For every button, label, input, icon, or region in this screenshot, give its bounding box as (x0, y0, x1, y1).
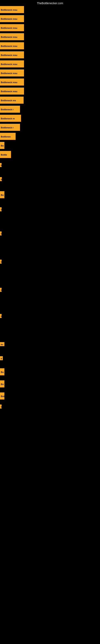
bar-label: Bo (0, 191, 4, 198)
bar-item: Bottleneck r (0, 124, 20, 131)
bar-item: B (0, 404, 1, 408)
bar-item: B (0, 288, 1, 292)
bar-label: B (0, 404, 1, 408)
bar-item: Bo (0, 368, 4, 375)
bar-label: B (0, 163, 1, 167)
bar-item: Bottleneck res (0, 96, 24, 104)
bar-item: Bottleneck resu (0, 15, 24, 22)
bar-label: Bo (0, 368, 4, 375)
bar-label: Bottleneck resu (0, 33, 24, 40)
bar-label: Bottleneck resu (0, 42, 24, 49)
bar-item: Bottleneck resu (0, 51, 24, 58)
bar-label: Bottleneck resu (0, 60, 24, 68)
bar-item: B (0, 260, 1, 264)
bar-item: B (0, 207, 1, 211)
bar-label: B (0, 207, 1, 211)
bar-item: Bottleneck resu (0, 6, 24, 13)
bar-label: Bottleneck resu (0, 24, 24, 31)
bar-item: B (0, 163, 1, 167)
bar-label: B (0, 260, 1, 264)
bar-label: Bottleneck resu (0, 6, 24, 13)
bar-label: B (0, 232, 1, 236)
bar-label: Bot (0, 392, 4, 400)
bar-item: Bo (0, 342, 4, 346)
bar-item: Bottleneck resu (0, 78, 24, 86)
bar-label: B (0, 356, 3, 360)
bar-label: Bottleneck res (0, 96, 24, 104)
bar-item: Bottleneck r (0, 106, 20, 113)
bar-item: Bottleneck resu (0, 33, 24, 40)
bar-item: B (0, 177, 2, 181)
bar-item: Bottleneck resu (0, 42, 24, 49)
bar-item: B (0, 232, 1, 236)
bar-item: B (0, 314, 1, 318)
bar-item: Bo (0, 380, 4, 388)
bar-label: Bottleneck resu (0, 88, 24, 94)
bar-label: Bottleneck resu (0, 15, 24, 22)
bar-item: Bottleneck resu (0, 24, 24, 31)
bar-label: Bottlenec (0, 133, 16, 140)
bar-item: Bo (0, 191, 4, 198)
bar-label: Bottle (0, 151, 11, 158)
bar-label: Bottleneck resu (0, 51, 24, 58)
bar-label: B (0, 314, 1, 318)
bar-label: Bottleneck r (0, 106, 20, 113)
bar-item: B (0, 356, 3, 360)
bar-label: Bo (0, 142, 4, 149)
bar-item: Bottleneck resu (0, 88, 24, 94)
bar-label: Bottleneck re (0, 115, 21, 122)
bar-label: Bo (0, 380, 4, 388)
bar-label: Bottleneck resu (0, 78, 24, 86)
bar-item: Bottleneck resu (0, 70, 24, 76)
bar-item: Bottlenec (0, 133, 16, 140)
bar-label: Bottleneck resu (0, 70, 24, 76)
bar-label: Bo (0, 342, 4, 346)
site-title: TheBottlenecker.com (0, 2, 100, 5)
bar-label: Bottleneck r (0, 124, 20, 131)
bar-item: Bot (0, 392, 4, 400)
bar-item: Bottleneck re (0, 115, 21, 122)
bar-label: B (0, 288, 1, 292)
bar-item: Bo (0, 142, 4, 149)
bar-label: B (0, 177, 2, 181)
bar-item: Bottleneck resu (0, 60, 24, 68)
bar-item: Bottle (0, 151, 11, 158)
